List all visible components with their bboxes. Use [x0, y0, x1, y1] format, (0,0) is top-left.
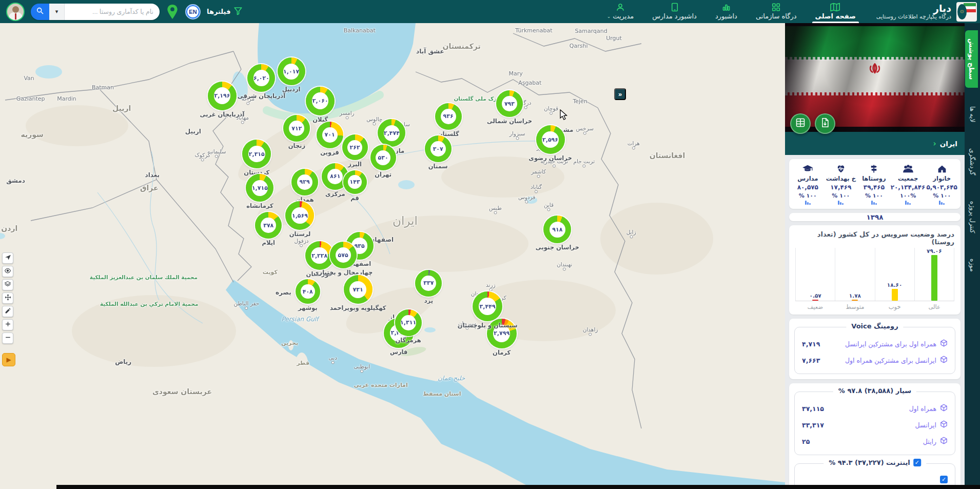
bar-value: ۱۸.۶۰: [887, 282, 903, 288]
province-marker[interactable]: ۳۰۷ سمنان: [425, 135, 452, 162]
menu-item-1[interactable]: درگاه سازمانی: [747, 0, 806, 23]
map-label: امارات متحده عربی: [354, 381, 407, 388]
plus-icon: [5, 321, 11, 329]
move-tool-button[interactable]: [2, 292, 13, 304]
search-button[interactable]: [31, 4, 49, 20]
marker-value: ۹۲۹: [297, 174, 312, 190]
province-marker[interactable]: ۱۴۳ قم: [343, 170, 367, 194]
marker-value: ۲,۱۹۶: [214, 87, 231, 104]
map-label: Persian Gulf: [281, 316, 318, 323]
map-label: Van: [24, 75, 34, 82]
stat-1: جمعیت ۲۰,۱۳۴,۸۴۶ ۱۰۰%: [891, 164, 926, 205]
row-label[interactable]: همراه اول برای مشترکین ایرانسل: [845, 340, 936, 348]
language-toggle-button[interactable]: EN: [185, 4, 201, 19]
chart-title: درصد وضعیت سرویس در کل کشور (تعداد روستا…: [795, 230, 954, 246]
map-label: عشق آباد: [416, 48, 444, 55]
side-tab-4[interactable]: موزه: [967, 251, 978, 279]
search-type-dropdown[interactable]: ▾: [49, 4, 65, 20]
province-marker[interactable]: ۲,۱۹۶ آذربایجان غربی: [208, 82, 237, 110]
row-label[interactable]: ایرانسل: [915, 421, 936, 429]
filters-button[interactable]: فیلترها: [207, 6, 243, 17]
search-input[interactable]: [65, 4, 160, 20]
province-marker[interactable]: ۷۲۱ کهگیلویه وبویراحمد: [344, 275, 373, 304]
plus-tool-button[interactable]: [2, 319, 13, 330]
marker-value: ۳۳۷: [421, 276, 436, 291]
province-marker[interactable]: ۳۳۷ یزد: [415, 270, 442, 297]
voice-roaming-card: رومینگ Voice همراه اول برای مشترکین ایرا…: [789, 319, 961, 379]
province-marker[interactable]: ۲۶۲ البرز: [342, 134, 368, 160]
app-brand: دیار درگاه یکپارچه اطلاعات روستایی: [876, 3, 951, 20]
menu-item-4[interactable]: مدیریت⌄: [598, 0, 643, 23]
side-tab-2[interactable]: گردشگری: [967, 141, 978, 182]
internet-row-checkbox[interactable]: ✓: [940, 476, 948, 483]
eye-tool-button[interactable]: [2, 266, 13, 277]
stat-percent: % ۱۰۰: [865, 192, 883, 199]
excel-export-button[interactable]: [790, 113, 811, 134]
menu-item-label: مدیریت: [613, 12, 634, 20]
bar: [892, 289, 898, 301]
province-marker[interactable]: ۷۱۲ زنجان: [283, 115, 310, 142]
marker-province-label: البرز: [348, 161, 362, 168]
internet-checkbox[interactable]: ✓: [913, 459, 921, 466]
marker-value: ۹۱۸: [550, 222, 565, 238]
province-marker[interactable]: ۲,۵۹۶ خراسان رضوی: [536, 125, 565, 154]
layers-tool-button[interactable]: [2, 279, 13, 290]
map-label: محمية الملك سلمان بن عبدالعزيز الملكية: [90, 274, 198, 280]
marker-value: ۲,۳۱۵: [248, 146, 265, 163]
province-marker[interactable]: ۲,۰۶۰ گیلان: [306, 87, 335, 115]
internet-legend: ✓ اینترنت (۳۷,۲۲۷) ۹۴.۳ %: [824, 459, 926, 466]
menu-item-2[interactable]: داشبورد: [706, 0, 747, 23]
map-label: رامسر: [340, 109, 355, 119]
location-pin-icon[interactable]: [166, 4, 179, 19]
minus-icon: [5, 334, 11, 342]
cube-icon: [940, 356, 948, 365]
play-button[interactable]: ▶: [2, 353, 15, 366]
map-label: قاین: [544, 201, 554, 211]
province-marker[interactable]: ۹۳۶ گلستان: [435, 103, 462, 130]
stat-percent: % ۱۰۰: [799, 192, 817, 199]
top-navigation-bar: ▾ EN فیلترها ۞ دیار درگاه یکپارچه اطلاعا…: [0, 0, 980, 23]
cursor-tool-button[interactable]: [2, 252, 13, 264]
province-marker[interactable]: ۵۳۰ تهران: [370, 145, 396, 170]
marker-province-label: لرستان: [289, 230, 311, 238]
menu-item-0[interactable]: صفحه اصلی: [806, 0, 865, 23]
breadcrumb-chevron-icon: ‹: [933, 139, 936, 148]
sidebar-content: خانوار ۵,۹۰۳,۶۴۵ % ۱۰۰ جمعیت ۲۰,۱۳۴,۸۴۶ …: [785, 155, 965, 489]
health-icon: [836, 164, 846, 173]
row-label[interactable]: ایرانسل برای مشترکین همراه اول: [845, 357, 936, 364]
menu-item-3[interactable]: داشبورد مدارس: [643, 0, 706, 23]
province-marker[interactable]: ۴۰۸ بوشهر: [296, 279, 320, 304]
minus-tool-button[interactable]: [2, 332, 13, 344]
province-marker[interactable]: ۷۰۱ قزوین: [317, 122, 343, 148]
breadcrumb[interactable]: ایران ‹: [933, 139, 957, 148]
row-label[interactable]: همراه اول: [909, 405, 936, 413]
map-label: اربیل: [185, 128, 201, 135]
province-marker[interactable]: ۳,۴۴۹ سیستان و بلوچستان: [473, 291, 502, 321]
pdf-export-button[interactable]: [815, 113, 835, 134]
cursor-icon: [5, 254, 11, 262]
map-label: هرات: [628, 140, 640, 149]
row-value: ۷,۶۶۳: [802, 357, 820, 364]
side-tab-1[interactable]: لایه ها: [967, 99, 978, 130]
stat-percent: % ۱۰۰: [832, 192, 850, 199]
province-marker[interactable]: ۲,۴۷۴ مازندران: [378, 119, 405, 147]
province-marker[interactable]: ۹۲۹ همدان: [291, 169, 318, 195]
province-marker[interactable]: ۳۷۸ ایلام: [255, 212, 282, 239]
side-tab-0[interactable]: سطح پوشش: [965, 30, 978, 88]
province-marker[interactable]: ۱,۵۶۹ لرستان: [285, 201, 314, 230]
year-selector[interactable]: ۱۳۹۸: [789, 213, 961, 221]
province-marker[interactable]: ۵۷۵ چهارمحال و بختیاری: [330, 242, 357, 268]
province-marker[interactable]: ۶,۰۲۰ آذربایجان شرقی: [247, 64, 275, 92]
pencil-tool-button[interactable]: [2, 306, 13, 317]
user-avatar[interactable]: [6, 3, 25, 21]
map-canvas[interactable]: ایرانترکمنستانافغانستانعراقسوریهاردنعربس…: [0, 23, 785, 489]
row-label[interactable]: رایتل: [923, 438, 936, 445]
province-marker[interactable]: ۱,۰۱۷ اردبیل: [278, 57, 305, 85]
province-marker[interactable]: ۲,۳۱۵ کردستان: [242, 140, 271, 168]
province-marker[interactable]: ۷۹۳ خراسان شمالی: [496, 90, 523, 117]
sidebar-collapse-button[interactable]: »: [614, 88, 626, 100]
province-marker[interactable]: ۱,۳۱۱ هرمزگان: [395, 309, 422, 336]
side-tab-3[interactable]: کنترل پروژه: [967, 194, 978, 240]
province-marker[interactable]: ۹۱۸ خراسان جنوبی: [543, 216, 571, 243]
province-marker[interactable]: ۱,۷۱۵ کرمانشاه: [246, 174, 273, 202]
